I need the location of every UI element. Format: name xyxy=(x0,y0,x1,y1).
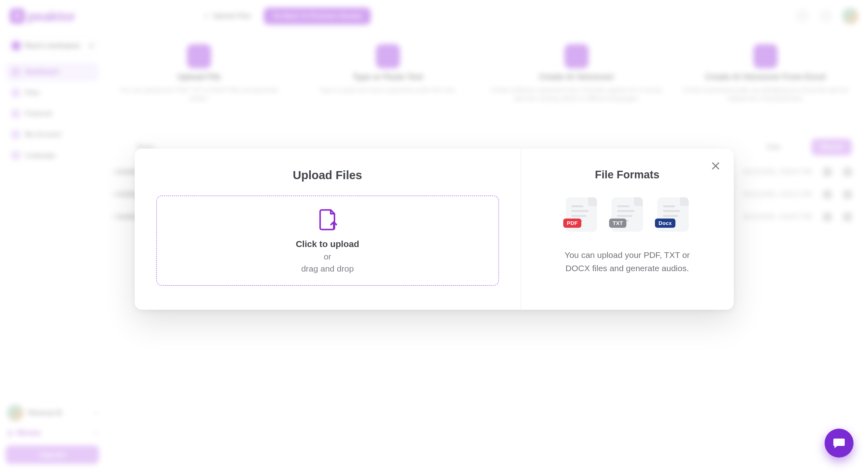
format-docx: Docx xyxy=(657,197,689,232)
file-upload-icon xyxy=(316,208,340,232)
pdf-badge: PDF xyxy=(563,219,581,228)
modal-overlay: Upload Files Click to upload or drag and… xyxy=(0,0,868,472)
drop-zone[interactable]: Click to upload or drag and drop xyxy=(156,196,499,286)
docx-badge: Docx xyxy=(655,219,675,228)
close-button[interactable] xyxy=(710,160,722,172)
format-pdf: PDF xyxy=(566,197,597,232)
formats-title: File Formats xyxy=(595,169,660,181)
chat-launcher[interactable] xyxy=(825,429,854,458)
modal-title: Upload Files xyxy=(156,169,499,182)
formats-description: You can upload your PDF, TXT or DOCX fil… xyxy=(559,249,696,275)
format-txt: TXT xyxy=(611,197,643,232)
drop-text-dnd: drag and drop xyxy=(301,264,354,274)
chat-icon xyxy=(832,436,846,450)
drop-text-main: Click to upload xyxy=(296,239,359,249)
txt-badge: TXT xyxy=(609,219,626,228)
close-icon xyxy=(710,160,722,172)
drop-text-or: or xyxy=(324,252,331,262)
formats-row: PDF TXT Docx xyxy=(566,197,689,232)
upload-modal: Upload Files Click to upload or drag and… xyxy=(135,149,734,310)
